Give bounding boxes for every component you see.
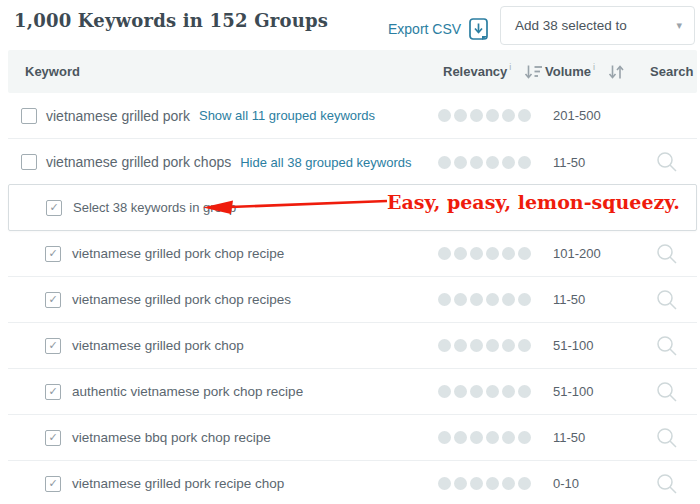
- keyword-text: authentic vietnamese pork chop recipe: [72, 384, 303, 399]
- relevancy-dot: [438, 339, 451, 352]
- row-checkbox[interactable]: ✓: [45, 246, 61, 262]
- relevancy-dot: [518, 109, 531, 122]
- keywords-table: Keyword Relevancy i Volume i: [8, 50, 697, 504]
- volume-value: 11-50: [553, 139, 585, 185]
- relevancy-dot: [518, 247, 531, 260]
- relevancy-dot: [486, 339, 499, 352]
- relevancy-dots: [438, 461, 531, 504]
- relevancy-dot: [454, 156, 467, 169]
- search-icon[interactable]: [655, 415, 679, 460]
- row-checkbox[interactable]: ✓: [45, 292, 61, 308]
- row-checkbox[interactable]: ✓: [21, 154, 37, 170]
- relevancy-dot: [454, 385, 467, 398]
- relevancy-dot: [470, 339, 483, 352]
- relevancy-dot: [438, 156, 451, 169]
- select-group-checkbox[interactable]: ✓: [46, 200, 62, 216]
- relevancy-dots: [438, 93, 531, 138]
- sort-up-down-icon[interactable]: [608, 64, 625, 80]
- relevancy-dot: [454, 431, 467, 444]
- column-header-volume: Volume i: [545, 50, 625, 93]
- search-icon[interactable]: [655, 139, 679, 185]
- relevancy-dots: [438, 369, 531, 414]
- row-checkbox[interactable]: ✓: [21, 108, 37, 124]
- relevancy-dot: [518, 293, 531, 306]
- export-csv-link[interactable]: Export CSV: [388, 17, 489, 41]
- column-header-keyword: Keyword: [25, 50, 80, 93]
- relevancy-dots: [438, 415, 531, 460]
- relevancy-dot: [486, 477, 499, 490]
- grouped-keywords-link[interactable]: Show all 11 grouped keywords: [199, 108, 375, 123]
- column-header-search: Search: [650, 50, 693, 93]
- table-row: ✓ vietnamese grilled pork chops Hide all…: [8, 139, 697, 185]
- relevancy-dot: [454, 477, 467, 490]
- annotation-arrow: [200, 194, 390, 222]
- relevancy-dot: [470, 109, 483, 122]
- relevancy-dot: [454, 293, 467, 306]
- relevancy-dot: [518, 339, 531, 352]
- row-checkbox[interactable]: ✓: [45, 476, 61, 492]
- column-header-relevancy: Relevancy i: [443, 50, 543, 93]
- relevancy-dot: [518, 156, 531, 169]
- relevancy-dot: [486, 431, 499, 444]
- relevancy-dots: [438, 231, 531, 276]
- relevancy-dot: [438, 385, 451, 398]
- annotation-text: Easy, peasy, lemon-squeezy.: [387, 191, 680, 213]
- volume-value: 51-100: [553, 369, 593, 414]
- relevancy-dot: [470, 156, 483, 169]
- relevancy-dot: [486, 385, 499, 398]
- grouped-keywords-link[interactable]: Hide all 38 grouped keywords: [240, 155, 411, 170]
- page-title: 1,000 Keywords in 152 Groups: [14, 10, 328, 31]
- relevancy-dot: [438, 431, 451, 444]
- keyword-text: vietnamese grilled pork recipe chop: [72, 476, 284, 491]
- relevancy-dot: [486, 293, 499, 306]
- keyword-text: vietnamese grilled pork: [46, 108, 190, 124]
- volume-value: 201-500: [553, 93, 601, 138]
- relevancy-dot: [454, 247, 467, 260]
- relevancy-dot: [502, 247, 515, 260]
- relevancy-dot: [438, 247, 451, 260]
- relevancy-dot: [518, 431, 531, 444]
- table-row: ✓ vietnamese bbq pork chop recipe 11-50: [8, 415, 697, 461]
- relevancy-dot: [470, 247, 483, 260]
- relevancy-dot: [502, 109, 515, 122]
- volume-value: 0-10: [553, 461, 579, 504]
- row-checkbox[interactable]: ✓: [45, 384, 61, 400]
- download-document-icon: [468, 17, 489, 41]
- relevancy-dot: [502, 431, 515, 444]
- row-checkbox[interactable]: ✓: [45, 430, 61, 446]
- relevancy-dot: [502, 477, 515, 490]
- row-checkbox[interactable]: ✓: [45, 338, 61, 354]
- relevancy-dot: [502, 293, 515, 306]
- add-selected-dropdown-value: Add 38 selected to: [515, 18, 627, 33]
- relevancy-dots: [438, 323, 531, 368]
- search-icon[interactable]: [655, 369, 679, 414]
- info-icon[interactable]: i: [509, 62, 511, 72]
- column-header-search-label: Search: [650, 64, 693, 79]
- relevancy-dot: [438, 109, 451, 122]
- add-selected-dropdown[interactable]: Add 38 selected to ▾: [500, 6, 695, 45]
- relevancy-dot: [518, 385, 531, 398]
- table-header-row: Keyword Relevancy i Volume i: [8, 50, 697, 93]
- keyword-text: vietnamese grilled pork chop: [72, 338, 244, 353]
- table-row: ✓ vietnamese grilled pork Show all 11 gr…: [8, 93, 697, 139]
- relevancy-dot: [454, 339, 467, 352]
- relevancy-dots: [438, 139, 531, 185]
- volume-value: 11-50: [553, 277, 585, 322]
- search-icon[interactable]: [655, 461, 679, 504]
- keyword-text: vietnamese grilled pork chop recipe: [72, 246, 284, 261]
- search-icon[interactable]: [655, 231, 679, 276]
- relevancy-dot: [470, 293, 483, 306]
- info-icon[interactable]: i: [593, 62, 595, 72]
- relevancy-dot: [470, 385, 483, 398]
- sort-descending-icon[interactable]: [524, 64, 543, 80]
- table-row: ✓ vietnamese grilled pork chop 51-100: [8, 323, 697, 369]
- volume-value: 101-200: [553, 231, 601, 276]
- relevancy-dot: [486, 156, 499, 169]
- relevancy-dots: [438, 277, 531, 322]
- search-icon[interactable]: [655, 323, 679, 368]
- search-icon[interactable]: [655, 277, 679, 322]
- relevancy-dot: [486, 247, 499, 260]
- keyword-text: vietnamese grilled pork chops: [46, 154, 231, 170]
- relevancy-dot: [518, 477, 531, 490]
- volume-value: 11-50: [553, 415, 585, 460]
